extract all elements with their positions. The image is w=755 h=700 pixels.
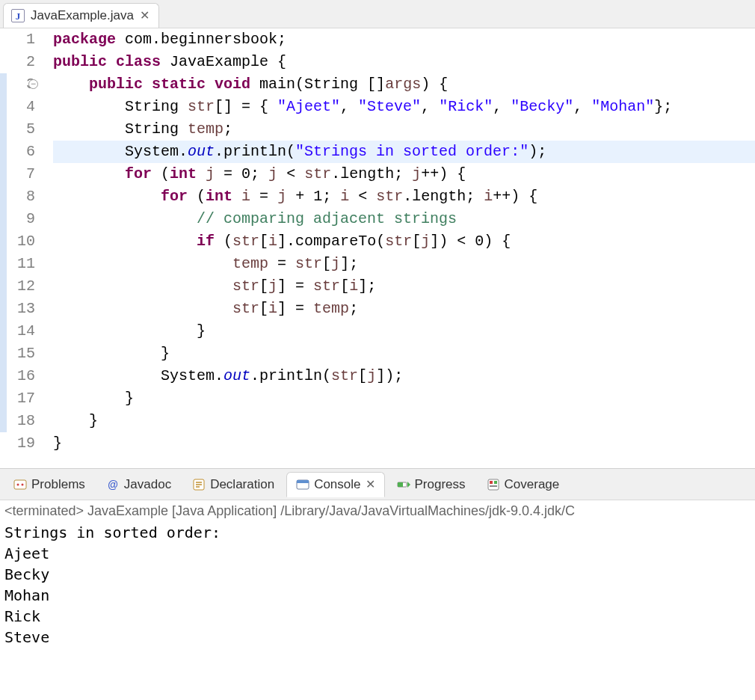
code-area[interactable]: package com.beginnersbook;public class J… — [44, 28, 755, 455]
bottom-panel: Problems @ Javadoc Declaration Console ✕… — [0, 468, 755, 649]
code-editor[interactable]: 123−45678910111213141516171819 package c… — [0, 28, 755, 455]
console-icon — [296, 478, 309, 491]
java-file-icon: J — [11, 9, 25, 22]
code-line[interactable]: public class JavaExample { — [53, 51, 755, 73]
console-status: <terminated> JavaExample [Java Applicati… — [0, 500, 755, 521]
line-number: 7 — [7, 163, 35, 185]
svg-point-2 — [22, 483, 24, 485]
problems-icon — [13, 478, 27, 491]
line-number: 13 — [7, 298, 35, 320]
line-number: 6 — [7, 141, 35, 163]
tab-problems[interactable]: Problems — [4, 473, 94, 497]
fold-marker-icon[interactable]: − — [28, 79, 38, 89]
svg-rect-5 — [297, 480, 309, 483]
tab-declaration-label: Declaration — [210, 477, 274, 492]
svg-point-1 — [17, 483, 19, 485]
code-line[interactable]: } — [53, 343, 755, 365]
code-line[interactable]: // comparing adjacent strings — [53, 208, 755, 230]
line-number: 11 — [7, 253, 35, 275]
code-line[interactable]: for (int j = 0; j < str.length; j++) { — [53, 163, 755, 185]
declaration-icon — [192, 478, 206, 491]
svg-rect-0 — [14, 480, 26, 489]
svg-rect-9 — [490, 481, 493, 484]
code-line[interactable]: str[j] = str[i]; — [53, 275, 755, 298]
editor-tabbar: J JavaExample.java ✕ — [0, 0, 755, 28]
line-number: 16 — [7, 365, 35, 387]
line-number: 14 — [7, 320, 35, 343]
svg-rect-7 — [398, 482, 403, 487]
tab-coverage-label: Coverage — [505, 477, 560, 492]
tab-problems-label: Problems — [31, 477, 85, 492]
code-line[interactable]: str[i] = temp; — [53, 298, 755, 320]
svg-rect-11 — [490, 485, 497, 487]
line-number: 12 — [7, 275, 35, 298]
code-line[interactable]: System.out.println("Strings in sorted or… — [53, 141, 755, 163]
line-number: 17 — [7, 387, 35, 410]
line-number: 8 — [7, 185, 35, 208]
line-number: 3− — [7, 73, 35, 96]
close-icon[interactable]: ✕ — [366, 479, 375, 491]
progress-icon — [397, 478, 410, 491]
bottom-tabbar: Problems @ Javadoc Declaration Console ✕… — [0, 469, 755, 500]
code-line[interactable]: } — [53, 432, 755, 455]
coverage-icon — [487, 478, 500, 491]
tab-coverage[interactable]: Coverage — [478, 473, 569, 497]
code-line[interactable]: } — [53, 410, 755, 432]
code-line[interactable]: temp = str[j]; — [53, 253, 755, 275]
javadoc-icon: @ — [106, 478, 120, 491]
svg-rect-10 — [494, 481, 497, 484]
code-line[interactable]: public static void main(String []args) { — [53, 73, 755, 96]
code-line[interactable]: if (str[i].compareTo(str[j]) < 0) { — [53, 230, 755, 253]
editor-tab-filename: JavaExample.java — [31, 8, 134, 23]
code-line[interactable]: package com.beginnersbook; — [53, 28, 755, 51]
code-line[interactable]: String str[] = { "Ajeet", "Steve", "Rick… — [53, 96, 755, 118]
tab-progress-label: Progress — [415, 477, 466, 492]
tab-javadoc[interactable]: @ Javadoc — [97, 473, 180, 497]
line-number: 1 — [7, 28, 35, 51]
tab-declaration[interactable]: Declaration — [183, 473, 283, 497]
line-number: 15 — [7, 343, 35, 365]
code-line[interactable]: System.out.println(str[j]); — [53, 365, 755, 387]
code-line[interactable]: for (int i = j + 1; i < str.length; i++)… — [53, 185, 755, 208]
code-line[interactable]: } — [53, 387, 755, 410]
tab-console[interactable]: Console ✕ — [286, 472, 384, 497]
line-number: 9 — [7, 208, 35, 230]
line-number: 4 — [7, 96, 35, 118]
tab-progress[interactable]: Progress — [388, 473, 475, 497]
line-number: 18 — [7, 410, 35, 432]
line-number: 19 — [7, 432, 35, 455]
line-number: 10 — [7, 230, 35, 253]
close-icon[interactable]: ✕ — [140, 10, 150, 22]
code-line[interactable]: } — [53, 320, 755, 343]
code-line[interactable]: String temp; — [53, 118, 755, 141]
line-number: 5 — [7, 118, 35, 141]
line-number: 2 — [7, 51, 35, 73]
editor-tab[interactable]: J JavaExample.java ✕ — [3, 3, 159, 28]
tab-javadoc-label: Javadoc — [124, 477, 171, 492]
line-number-gutter: 123−45678910111213141516171819 — [7, 28, 44, 455]
tab-console-label: Console — [314, 477, 360, 492]
console-output[interactable]: Strings in sorted order: Ajeet Becky Moh… — [0, 521, 755, 649]
